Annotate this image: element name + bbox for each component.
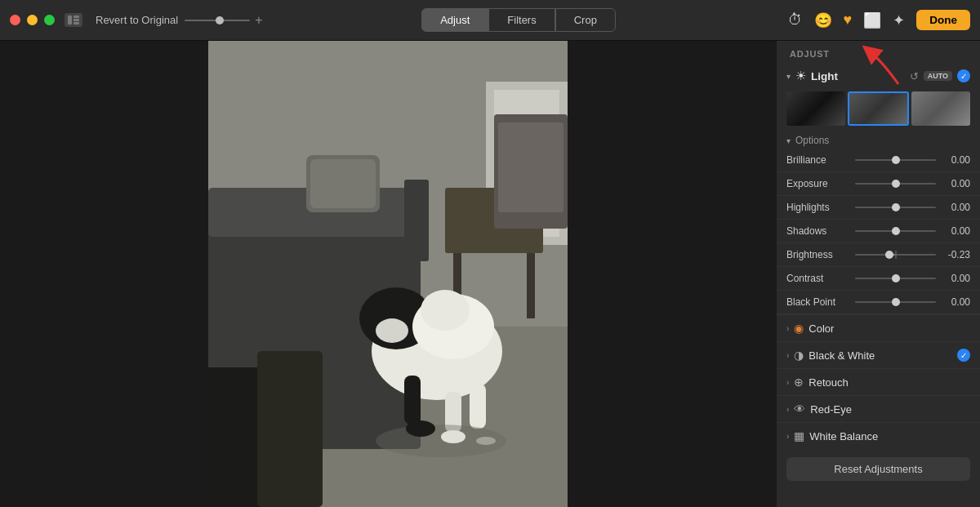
sidebar: ADJUST ▾ ☀ Light ↺ AUTO ✓ — [776, 41, 980, 507]
contrast-knob — [892, 274, 900, 282]
reset-adjustments-button[interactable]: Reset Adjustments — [786, 457, 970, 481]
svg-rect-14 — [310, 159, 376, 208]
retouch-section[interactable]: › ⊕ Retouch — [777, 368, 980, 395]
traffic-lights — [10, 15, 55, 25]
contrast-slider[interactable] — [855, 271, 936, 286]
titlebar: Revert to Original + Adjust Filters Crop… — [0, 0, 980, 41]
svg-rect-19 — [498, 122, 564, 212]
exposure-row: Exposure 0.00 — [777, 172, 980, 196]
svg-rect-27 — [470, 384, 486, 429]
exposure-value: 0.00 — [939, 178, 970, 189]
zoom-plus-icon[interactable]: + — [255, 13, 262, 28]
photo-panel — [0, 41, 776, 507]
blackpoint-knob — [892, 298, 900, 306]
blackpoint-row: Black Point 0.00 — [777, 291, 980, 314]
svg-point-29 — [376, 425, 506, 457]
retouch-icon: ⊕ — [794, 376, 804, 389]
maximize-button[interactable] — [44, 15, 55, 25]
options-header[interactable]: ▾ Options — [777, 132, 980, 149]
main-area: ADJUST ▾ ☀ Light ↺ AUTO ✓ — [0, 41, 980, 507]
sidebar-header: ADJUST — [777, 41, 980, 64]
brilliance-row: Brilliance 0.00 — [777, 149, 980, 172]
heart-icon[interactable]: ♥ — [844, 11, 853, 29]
svg-rect-2 — [74, 19, 79, 21]
tab-adjust[interactable]: Adjust — [421, 8, 488, 32]
brightness-slider[interactable] — [855, 247, 936, 262]
brightness-label: Brightness — [786, 249, 852, 260]
options-chevron-icon: ▾ — [786, 136, 791, 145]
thumbnail-3[interactable] — [911, 91, 970, 126]
magic-icon[interactable]: ✦ — [893, 11, 905, 29]
shadows-row: Shadows 0.00 — [777, 220, 980, 243]
svg-rect-31 — [257, 351, 323, 507]
svg-rect-3 — [74, 22, 79, 24]
wb-section[interactable]: › ▦ White Balance — [777, 422, 980, 449]
color-section[interactable]: › ◉ Color — [777, 314, 980, 341]
highlights-label: Highlights — [786, 202, 852, 213]
light-icon: ☀ — [795, 69, 806, 83]
svg-point-22 — [376, 318, 408, 343]
blackpoint-label: Black Point — [786, 296, 852, 308]
svg-point-33 — [441, 430, 466, 443]
shadows-slider[interactable] — [855, 224, 936, 238]
brilliance-slider[interactable] — [855, 153, 936, 167]
svg-rect-17 — [527, 253, 535, 318]
face-icon[interactable]: 😊 — [814, 11, 832, 29]
wb-icon: ▦ — [794, 429, 804, 443]
thumbnail-1[interactable] — [786, 91, 845, 126]
contrast-row: Contrast 0.00 — [777, 267, 980, 291]
brightness-row: Brightness -0.23 — [777, 243, 980, 267]
blackpoint-slider[interactable] — [855, 295, 936, 309]
light-enabled-check[interactable]: ✓ — [957, 69, 970, 82]
brilliance-label: Brilliance — [786, 154, 852, 166]
highlights-row: Highlights 0.00 — [777, 196, 980, 220]
tab-crop[interactable]: Crop — [555, 8, 616, 32]
light-chevron-icon: ▾ — [786, 72, 791, 81]
exposure-knob — [892, 180, 900, 188]
svg-point-24 — [421, 290, 470, 331]
tab-filters[interactable]: Filters — [488, 8, 555, 32]
reset-icon[interactable]: ↺ — [910, 70, 919, 82]
thumbnail-2[interactable] — [848, 91, 910, 126]
window-controls — [65, 13, 82, 27]
redeye-section[interactable]: › 👁 Red-Eye — [777, 395, 980, 422]
highlights-slider[interactable] — [855, 200, 936, 215]
retouch-chevron-icon: › — [786, 378, 789, 387]
revert-label: Revert to Original — [96, 14, 178, 26]
zoom-slider[interactable] — [185, 20, 250, 21]
revert-to-original-button[interactable]: Revert to Original — [96, 14, 178, 26]
contrast-label: Contrast — [786, 273, 852, 284]
minimize-button[interactable] — [27, 15, 38, 25]
redeye-icon: 👁 — [794, 402, 805, 416]
shadows-label: Shadows — [786, 225, 852, 237]
light-section-header[interactable]: ▾ ☀ Light ↺ AUTO ✓ — [777, 64, 980, 88]
bw-icon: ◑ — [794, 349, 804, 362]
photo-svg — [208, 41, 568, 507]
timer-icon[interactable]: ⏱ — [788, 11, 803, 29]
color-chevron-icon: › — [786, 324, 789, 333]
zoom-thumb — [216, 16, 224, 24]
svg-rect-25 — [404, 376, 421, 425]
svg-point-32 — [406, 420, 435, 437]
brilliance-knob — [892, 156, 900, 164]
wb-chevron-icon: › — [786, 432, 789, 441]
bw-chevron-icon: › — [786, 351, 789, 360]
exposure-label: Exposure — [786, 178, 852, 189]
toolbar-actions: ⏱ 😊 ♥ ⬜ ✦ Done — [788, 10, 970, 30]
highlights-value: 0.00 — [939, 202, 970, 213]
light-thumbnails — [786, 91, 970, 126]
brightness-value: -0.23 — [939, 249, 970, 260]
brightness-knob — [885, 251, 893, 259]
light-actions: ↺ AUTO ✓ — [910, 69, 970, 82]
close-button[interactable] — [10, 15, 20, 25]
svg-rect-0 — [68, 16, 72, 24]
crop-icon[interactable]: ⬜ — [863, 11, 881, 29]
redeye-chevron-icon: › — [786, 405, 789, 414]
shadows-knob — [892, 227, 900, 235]
done-button[interactable]: Done — [916, 10, 970, 30]
contrast-value: 0.00 — [939, 273, 970, 284]
sidebar-toggle[interactable] — [65, 13, 82, 27]
bw-section[interactable]: › ◑ Black & White ✓ — [777, 341, 980, 368]
svg-rect-12 — [404, 180, 429, 261]
exposure-slider[interactable] — [855, 176, 936, 191]
